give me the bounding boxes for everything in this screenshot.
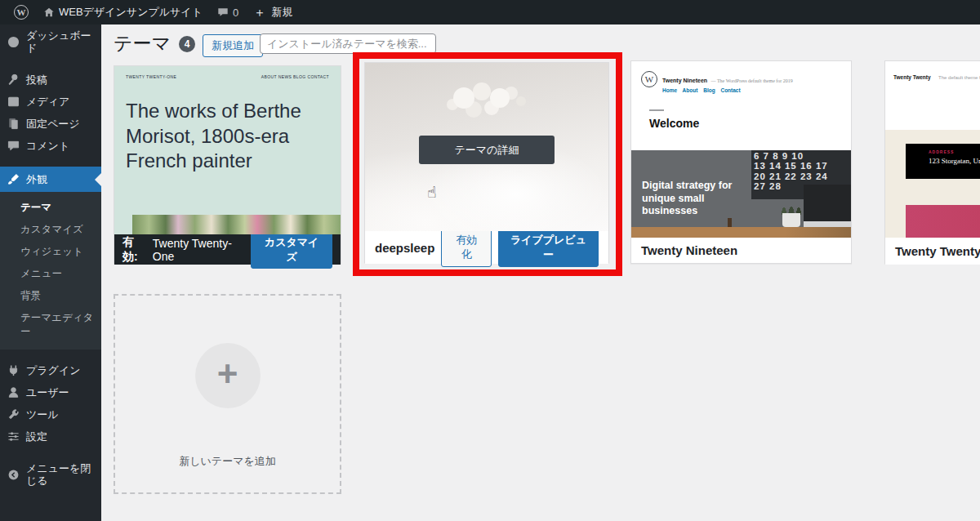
tt-address-box: ADDRESS 123 Storgatan, Umeå [906, 144, 980, 179]
theme-name: Twenty Nineteen [641, 243, 737, 257]
site-name: WEBデザインサンプルサイト [59, 5, 203, 20]
dashboard-icon [7, 36, 20, 48]
home-icon [43, 7, 55, 18]
plus-icon: ＋ [253, 5, 265, 20]
submenu-item-customize[interactable]: カスタマイズ [0, 219, 101, 241]
submenu-item-background[interactable]: 背景 [0, 285, 101, 307]
theme-card-deepsleep[interactable]: テーマの詳細 deepsleep 有効化 ライブプレビュー [364, 62, 609, 263]
theme-screenshot-twenty-twenty-one[interactable]: TWENTY TWENTY-ONE ABOUT NEWS BLOG CONTAC… [114, 66, 341, 234]
appearance-submenu: テーマ カスタマイズ ウィジェット メニュー 背景 テーマエディター [0, 192, 101, 350]
sidebar-item-appearance[interactable]: 外観 [0, 167, 101, 192]
sidebar-item-users[interactable]: ユーザー [0, 381, 101, 403]
sidebar-label: ツール [26, 408, 59, 421]
theme-name: Twenty Twenty [895, 244, 980, 258]
add-new-theme-button[interactable]: 新規追加 [203, 34, 263, 57]
pages-icon [7, 118, 20, 130]
tn-divider [649, 109, 664, 111]
plus-circle: + [195, 343, 261, 408]
sidebar-label: 設定 [26, 430, 47, 443]
tt-tagline: The default theme for 2020 [938, 75, 980, 80]
sidebar-item-comments[interactable]: コメント [0, 135, 101, 157]
sidebar-item-pages[interactable]: 固定ページ [0, 113, 101, 135]
sidebar-item-plugins[interactable]: プラグイン [0, 359, 101, 381]
site-name-link[interactable]: WEBデザインサンプルサイト [36, 0, 210, 24]
pushpin-icon [7, 73, 20, 86]
active-status-label: 有効: [122, 235, 149, 265]
active-theme-bar: 有効: Twenty Twenty-One カスタマイズ [114, 234, 341, 265]
tn-plant-pot-image [782, 213, 800, 227]
tn-plant-leaves-image [779, 187, 804, 215]
tt-pink-block-image [906, 205, 980, 238]
theme-search-input[interactable] [260, 33, 436, 54]
sidebar-label: ダッシュボード [26, 29, 94, 54]
theme-screenshot-twenty-twenty-body[interactable]: ADDRESS 123 Storgatan, Umeå [885, 130, 980, 238]
collapse-arrow-icon [7, 469, 20, 481]
tn-imac-image [804, 185, 851, 227]
tt-address: 123 Storgatan, Umeå [929, 157, 980, 165]
new-content-button[interactable]: ＋ 新規 [246, 0, 300, 24]
submenu-item-menus[interactable]: メニュー [0, 263, 101, 285]
theme-name: deepsleep [375, 241, 434, 255]
submenu-item-theme-editor[interactable]: テーマエディター [0, 307, 101, 343]
sidebar-item-collapse-menu[interactable]: メニューを閉じる [0, 457, 101, 492]
settings-sliders-icon [7, 430, 20, 443]
theme-card-twenty-twenty[interactable]: Twenty Twenty The default theme for 2020… [884, 60, 980, 264]
tt1-brand: TWENTY TWENTY-ONE [126, 74, 176, 79]
tt1-headline: The works of Berthe Morisot, 1800s-era F… [114, 79, 328, 174]
themes-page: テーマ 4 新規追加 TWENTY TWENTY-ONE ABOUT NEWS … [101, 24, 980, 521]
plugin-icon [7, 364, 20, 376]
tt1-painting-image [132, 215, 341, 234]
sidebar-label: メニューを閉じる [26, 462, 94, 487]
sidebar-label: 投稿 [26, 73, 47, 86]
appearance-brush-icon [7, 173, 20, 185]
tn-desk-image [631, 227, 851, 238]
sidebar-item-media[interactable]: メディア [0, 91, 101, 113]
sidebar-label: ユーザー [26, 386, 69, 399]
comment-bubble-icon [217, 7, 229, 18]
twenty-nineteen-footer: Twenty Nineteen [631, 238, 851, 263]
sidebar-item-dashboard[interactable]: ダッシュボード [0, 24, 101, 59]
sidebar-label: メディア [26, 96, 69, 108]
menu-separator [0, 59, 101, 69]
add-new-theme-card[interactable]: + 新しいテーマを追加 [114, 294, 341, 494]
current-menu-arrow [88, 173, 101, 186]
comments-shortcut[interactable]: 0 [210, 0, 246, 24]
theme-card-twenty-nineteen[interactable]: W Twenty Nineteen — The WordPress defaul… [630, 60, 852, 264]
menu-separator [0, 448, 101, 457]
submenu-item-widgets[interactable]: ウィジェット [0, 241, 101, 263]
tt-welcome-heading: Welcome Museum [924, 82, 980, 115]
sidebar-label: コメント [26, 140, 69, 152]
theme-details-button[interactable]: テーマの詳細 [419, 136, 555, 164]
active-theme-name: Twenty Twenty-One [153, 237, 251, 263]
theme-screenshot-twenty-nineteen-header[interactable]: W Twenty Nineteen — The WordPress defaul… [631, 61, 851, 150]
new-label: 新規 [271, 5, 292, 20]
tt1-nav: ABOUT NEWS BLOG CONTACT [261, 74, 329, 79]
tn-wordpress-logo-icon: W [641, 71, 657, 87]
submenu-item-themes[interactable]: テーマ [0, 197, 101, 219]
tn-tagline: — The WordPress default theme for 2019 [711, 78, 793, 83]
sidebar-item-settings[interactable]: 設定 [0, 425, 101, 448]
comments-icon [7, 140, 20, 152]
theme-screenshot-twenty-twenty-header[interactable]: Twenty Twenty The default theme for 2020… [885, 61, 980, 130]
deepsleep-footer: deepsleep 有効化 ライブプレビュー [365, 231, 608, 264]
theme-card-twenty-twenty-one[interactable]: TWENTY TWENTY-ONE ABOUT NEWS BLOG CONTAC… [114, 65, 341, 264]
add-new-theme-label: 新しいテーマを追加 [179, 454, 276, 469]
comment-count: 0 [233, 7, 238, 19]
sidebar-label: 外観 [26, 173, 47, 185]
customize-button[interactable]: カスタマイズ [251, 231, 332, 269]
tn-welcome-heading: Welcome [649, 117, 841, 130]
activate-button[interactable]: 有効化 [441, 228, 492, 267]
tt-site-title: Twenty Twenty [893, 74, 931, 80]
tn-site-title: Twenty Nineteen [662, 78, 707, 83]
cotton-flowers-image [453, 87, 474, 109]
sidebar-label: 固定ページ [26, 118, 80, 130]
sidebar-item-posts[interactable]: 投稿 [0, 69, 101, 91]
admin-bar: W WEBデザインサンプルサイト 0 ＋ 新規 [0, 0, 980, 24]
theme-screenshot-deepsleep[interactable]: テーマの詳細 [365, 63, 608, 231]
sidebar-item-tools[interactable]: ツール [0, 403, 101, 425]
theme-screenshot-twenty-nineteen-photo[interactable]: 6 7 8 9 10 13 14 15 16 17 20 21 22 23 24… [631, 150, 851, 238]
wordpress-logo-icon[interactable]: W [7, 0, 36, 24]
live-preview-button[interactable]: ライブプレビュー [498, 228, 599, 267]
tn-photo-heading: Digital strategy for unique small busine… [642, 180, 756, 218]
media-icon [7, 96, 20, 108]
